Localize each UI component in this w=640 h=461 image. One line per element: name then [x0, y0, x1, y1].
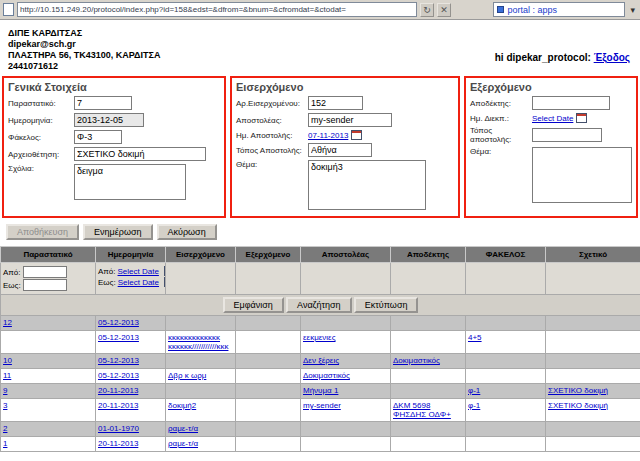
- table-row: 1 20-11-2013 ραμε-τ/α: [1, 437, 640, 452]
- result-link[interactable]: ΣΧΕΤΙΚΟ δοκιμή: [548, 401, 608, 410]
- filter-row: Από: Εως: Από: Select Date Εως: Select D…: [1, 263, 640, 295]
- result-link[interactable]: Μήνυμα 1: [303, 386, 338, 395]
- table-row: 10 05-12-2013 Δεν ξέρεις Δοκιμαστικός: [1, 354, 640, 369]
- result-link[interactable]: 20-11-2013: [98, 386, 138, 395]
- org-info: ΔΙΠΕ ΚΑΡΔΙΤΣΑΣ dipekar@sch.gr ΠΛΑΣΤΗΡΑ 5…: [8, 28, 632, 72]
- result-link[interactable]: 2: [3, 424, 7, 433]
- filter-date-cell: Από: Select Date Εως: Select Date: [96, 263, 166, 295]
- result-link[interactable]: 1: [3, 439, 7, 448]
- incoming-number-input[interactable]: [308, 96, 363, 110]
- result-link[interactable]: ραμε-τ/α: [168, 439, 198, 448]
- result-link[interactable]: 05-12-2013: [98, 356, 139, 365]
- column-header: Εισερχόμενο: [166, 247, 236, 263]
- date-input[interactable]: [74, 113, 144, 127]
- table-row: 3 20-11-2013 δοκιμή2 my-sender ΔΚΜ 5698 …: [1, 399, 640, 422]
- form-buttons: Αποθήκευση Ενημέρωση Ακύρωση: [0, 220, 640, 240]
- filter-to-label: Εως:: [3, 281, 21, 290]
- column-header: Αποδέκτης: [391, 247, 466, 263]
- date-to-picker[interactable]: Select Date: [118, 278, 159, 287]
- column-header: Παραστατικό: [1, 247, 96, 263]
- page-icon: [3, 3, 14, 16]
- date-to-label: Εως:: [98, 278, 116, 287]
- comments-textarea[interactable]: δειγμα: [74, 164, 186, 200]
- browser-chrome: ↻ ✕ portal : apps ▾: [0, 0, 640, 20]
- update-button[interactable]: Ενημέρωση: [83, 224, 152, 240]
- calendar-icon[interactable]: [351, 130, 362, 140]
- result-link[interactable]: 10: [3, 356, 12, 365]
- cancel-button[interactable]: Ακύρωση: [157, 224, 217, 240]
- date-from-picker[interactable]: Select Date: [118, 267, 159, 276]
- recipient-input[interactable]: [532, 96, 610, 110]
- result-link[interactable]: δοκιμή2: [168, 401, 196, 410]
- result-link[interactable]: εεκμενιες: [303, 333, 336, 342]
- outgoing-subject-textarea[interactable]: [532, 147, 632, 203]
- sender-label: Αποστολέας:: [236, 116, 308, 125]
- table-row: 2 01-01-1970 ραμε-τ/α: [1, 422, 640, 437]
- result-link[interactable]: Δβρ κ ωρμ: [168, 371, 206, 380]
- result-link[interactable]: ΔΚΜ 5698 ΦΗΣΔΗΣ ΟΔΦ+: [393, 401, 451, 419]
- stop-icon[interactable]: ✕: [437, 3, 451, 17]
- dispatch-date-label: Ημ. Διεκπ.:: [470, 114, 532, 123]
- logout-link[interactable]: Έξοδος: [594, 52, 630, 63]
- incoming-number-label: Αρ.Εισερχομένου:: [236, 99, 308, 108]
- chevron-down-icon[interactable]: ▾: [628, 5, 637, 15]
- result-link[interactable]: 05-12-2013: [98, 371, 139, 380]
- search-button[interactable]: Αναζήτηση: [286, 297, 351, 313]
- result-link[interactable]: 12: [3, 318, 12, 327]
- incoming-panel-title: Εισερχόμενο: [236, 81, 455, 93]
- show-button[interactable]: Εμφάνιση: [223, 297, 284, 313]
- result-link[interactable]: 9: [3, 386, 7, 395]
- sent-date-label: Ημ. Αποστολής:: [236, 131, 308, 140]
- result-link[interactable]: φ-1: [468, 386, 480, 395]
- actions-row: Εμφάνιση Αναζήτηση Εκτύπωση: [1, 295, 640, 316]
- result-link[interactable]: 05-12-2013: [98, 333, 139, 342]
- result-link[interactable]: 4+5: [468, 333, 482, 342]
- portal-label: portal : apps: [507, 5, 557, 15]
- save-button[interactable]: Αποθήκευση: [6, 224, 79, 240]
- print-button[interactable]: Εκτύπωση: [354, 297, 419, 313]
- result-link[interactable]: ραμε-τ/α: [168, 424, 198, 433]
- result-link[interactable]: Δοκιμαστικός: [303, 371, 350, 380]
- address-bar[interactable]: [17, 2, 417, 17]
- result-link[interactable]: 20-11-2013: [98, 401, 138, 410]
- greeting-text: hi dipekar_protocol:: [495, 52, 591, 63]
- result-link[interactable]: 11: [3, 371, 11, 380]
- results-header-row: Παραστατικό Ημερομηνία Εισερχόμενο Εξερχ…: [1, 247, 640, 263]
- quick-search-box[interactable]: portal : apps: [493, 2, 625, 17]
- result-link[interactable]: ΣΧΕΤΙΚΟ δοκιμή: [548, 386, 608, 395]
- result-link[interactable]: 3: [3, 401, 7, 410]
- doc-number-label: Παραστατικό:: [8, 99, 74, 108]
- result-link[interactable]: my-sender: [303, 401, 341, 410]
- result-link[interactable]: 20-11-2013: [98, 439, 138, 448]
- result-link[interactable]: φ-1: [468, 401, 480, 410]
- archive-input[interactable]: [74, 147, 206, 161]
- folder-input[interactable]: [74, 130, 122, 144]
- session-info: hi dipekar_protocol: Έξοδος: [495, 52, 630, 63]
- recipient-label: Αποδέκτης:: [470, 99, 532, 108]
- page-header: ΔΙΠΕ ΚΑΡΔΙΤΣΑΣ dipekar@sch.gr ΠΛΑΣΤΗΡΑ 5…: [0, 20, 640, 74]
- filter-doc-cell: Από: Εως:: [1, 263, 96, 295]
- incoming-place-input[interactable]: [308, 143, 372, 157]
- column-header: Σχετικό: [546, 247, 640, 263]
- folder-label: Φάκελος:: [8, 133, 74, 142]
- outgoing-place-input[interactable]: [532, 128, 602, 142]
- result-link[interactable]: Δοκιμαστικός: [393, 356, 440, 365]
- column-header: Αποστολέας: [301, 247, 391, 263]
- result-link[interactable]: 05-12-2013: [98, 318, 139, 327]
- outgoing-place-label: Τόπος αποστολής:: [470, 126, 532, 144]
- result-link[interactable]: Δεν ξέρεις: [303, 356, 339, 365]
- refresh-icon[interactable]: ↻: [420, 3, 434, 17]
- outgoing-panel-title: Εξερχόμενο: [470, 81, 633, 93]
- doc-number-input[interactable]: [74, 96, 132, 110]
- result-link[interactable]: κκκκκκκκκκκκκ κκκκκκ///////////κκκ: [168, 333, 228, 351]
- sender-input[interactable]: [308, 113, 392, 127]
- result-link[interactable]: 01-01-1970: [98, 424, 139, 433]
- incoming-subject-label: Θέμα:: [236, 160, 308, 169]
- results-table: Παραστατικό Ημερομηνία Εισερχόμενο Εξερχ…: [0, 246, 640, 452]
- dispatch-date-link[interactable]: Select Date: [532, 114, 573, 123]
- calendar-icon[interactable]: [576, 113, 587, 123]
- sent-date-link[interactable]: 07-11-2013: [308, 131, 348, 140]
- incoming-subject-textarea[interactable]: δοκιμή3: [308, 160, 426, 210]
- filter-from-input[interactable]: [23, 266, 67, 278]
- filter-to-input[interactable]: [23, 279, 67, 291]
